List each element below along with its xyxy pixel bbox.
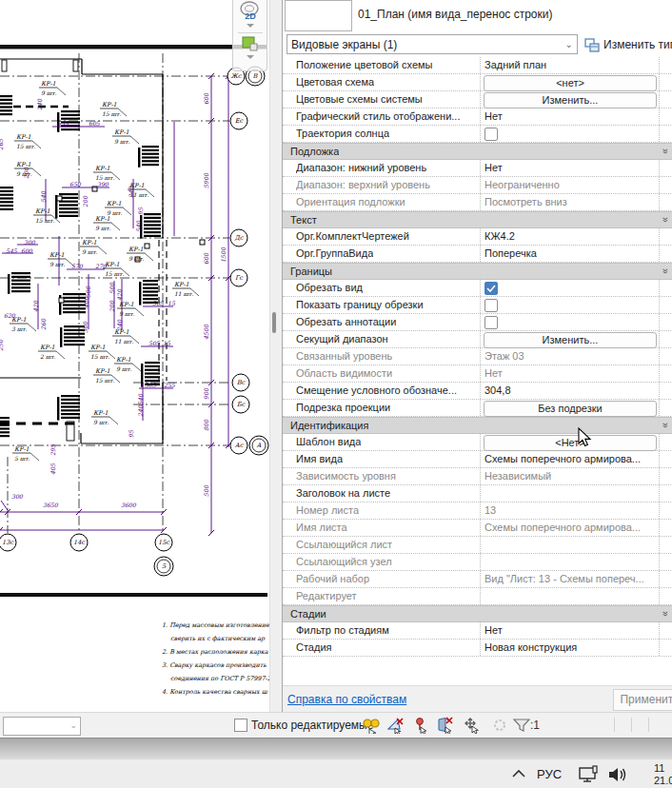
property-value[interactable]: Новая конструкция xyxy=(484,641,577,653)
property-value-button[interactable]: Без подрезки xyxy=(484,401,657,417)
checkbox-unchecked[interactable] xyxy=(484,128,498,141)
design-option-dropdown[interactable]: ⌄ xyxy=(3,717,81,736)
svg-text:9 шт.: 9 шт. xyxy=(114,138,130,145)
statusbar-separator xyxy=(614,718,615,732)
category-header: Стадии« xyxy=(283,605,672,622)
property-value[interactable]: Схемы поперечного армирова... xyxy=(484,453,641,464)
apply-button[interactable]: Применить xyxy=(613,689,672,711)
row-gutter xyxy=(659,571,660,587)
svg-text:9 шт.: 9 шт. xyxy=(82,248,98,255)
move-icon[interactable] xyxy=(463,717,482,734)
property-value[interactable]: Независимый xyxy=(484,470,551,482)
property-value[interactable]: КЖ4.2 xyxy=(484,230,515,242)
property-value-button[interactable]: <нет> xyxy=(484,75,657,91)
properties-help-link[interactable]: Справка по свойствам xyxy=(287,693,406,706)
drawing-vertical-scrollbar[interactable] xyxy=(269,0,282,712)
property-value[interactable]: Нет xyxy=(484,624,503,636)
zoom-region-icon[interactable] xyxy=(241,35,260,52)
category-header: Подложка« xyxy=(283,143,672,160)
property-value[interactable]: Этаж 03 xyxy=(484,350,524,362)
editable-only-checkbox[interactable] xyxy=(234,719,247,732)
svg-text:500: 500 xyxy=(85,286,91,298)
view-title: 01_План (имя вида_перенос строки) xyxy=(358,8,552,21)
edit-type-label: Изменить тип xyxy=(603,38,672,51)
property-value-button[interactable]: <Нет> xyxy=(484,435,657,451)
property-label: Положение цветовой схемы xyxy=(296,59,433,70)
property-value[interactable]: Неограниченно xyxy=(484,179,560,190)
property-value-button[interactable]: Изменить... xyxy=(484,92,657,108)
filter-icon[interactable] xyxy=(512,717,531,734)
type-selector-dropdown[interactable]: Видовые экраны (1) ⌄ xyxy=(287,34,578,54)
property-value[interactable]: 304,8 xyxy=(484,384,511,396)
checkbox-checked[interactable] xyxy=(484,282,498,295)
windows-taskbar: РУС 11 21.01.2 xyxy=(0,759,672,788)
editing-requests-icon[interactable] xyxy=(386,717,405,734)
zoom-menu-arrow[interactable] xyxy=(247,55,254,59)
collapse-chevron-icon[interactable]: « xyxy=(660,218,670,223)
worksets-icon[interactable] xyxy=(362,717,381,734)
column-divider xyxy=(480,640,481,656)
steering-wheel-menu-arrow[interactable] xyxy=(247,24,254,28)
row-gutter xyxy=(659,537,660,553)
property-value[interactable]: Посмотреть вниз xyxy=(484,196,567,207)
svg-text:1. Перед массовым изготовление: 1. Перед массовым изготовление xyxy=(162,621,269,629)
svg-text:4. Контроль качества сварных ш: 4. Контроль качества сварных ш xyxy=(162,688,268,696)
property-row: Заголовок на листе xyxy=(283,485,672,502)
collapse-chevron-icon[interactable]: « xyxy=(660,424,670,428)
property-value[interactable]: Нет xyxy=(484,367,503,379)
properties-grid: Положение цветовой схемыЗадний планЦвето… xyxy=(283,57,672,657)
svg-text:15с: 15с xyxy=(158,539,170,546)
scrollbar-thumb[interactable] xyxy=(272,312,276,333)
collapse-chevron-icon[interactable]: « xyxy=(660,149,670,154)
svg-text:КР-1: КР-1 xyxy=(49,251,65,259)
tablet-pc-icon[interactable] xyxy=(578,765,603,784)
svg-text:600: 600 xyxy=(21,247,33,254)
property-value[interactable]: Нет xyxy=(484,110,503,122)
collapse-chevron-icon[interactable]: « xyxy=(660,269,670,274)
svg-text:Бс: Бс xyxy=(237,401,247,408)
svg-text:КР-1: КР-1 xyxy=(11,316,27,324)
clock[interactable]: 11 21.01.2 xyxy=(654,762,672,787)
property-row: Орг.КомплектЧертежейКЖ4.2 xyxy=(283,228,672,246)
filter-count: :1 xyxy=(530,719,540,732)
collapse-chevron-icon[interactable]: « xyxy=(660,612,670,617)
checkbox-unchecked[interactable] xyxy=(484,316,498,329)
property-value-button[interactable]: Изменить... xyxy=(484,332,657,348)
property-row: Диапазон: верхний уровеньНеограниченно xyxy=(283,177,672,194)
property-value[interactable]: Задний план xyxy=(484,59,546,70)
volume-icon[interactable] xyxy=(607,766,630,783)
property-label: Связанный уровень xyxy=(296,350,392,362)
column-divider xyxy=(480,74,481,90)
property-label: Обрезать аннотации xyxy=(296,316,396,327)
row-gutter xyxy=(659,160,660,176)
property-value[interactable]: Нет xyxy=(484,162,503,173)
property-value[interactable]: Схемы поперечного армирова... xyxy=(484,522,641,533)
property-row: Положение цветовой схемыЗадний план xyxy=(283,57,672,74)
svg-text:А: А xyxy=(257,442,262,449)
background-processes-icon[interactable] xyxy=(436,717,455,734)
svg-text:95: 95 xyxy=(137,207,144,215)
svg-text:9 шт.: 9 шт. xyxy=(16,170,32,177)
show-hidden-icons-chevron[interactable] xyxy=(511,768,526,779)
property-value[interactable]: Вид "Лист: 13 - Схемы попереч... xyxy=(484,573,644,584)
svg-text:КР-1: КР-1 xyxy=(95,367,110,375)
edit-type-button[interactable]: Изменить тип xyxy=(584,34,672,55)
property-value[interactable]: 13 xyxy=(484,504,496,516)
checkbox-unchecked[interactable] xyxy=(484,299,498,312)
drawing-view[interactable]: 6005900600450090080050015002402005402002… xyxy=(0,0,269,712)
steering-wheel-2d-icon[interactable]: 2D xyxy=(238,0,263,21)
svg-text:250: 250 xyxy=(0,339,4,351)
svg-text:540: 540 xyxy=(137,393,144,405)
chevron-down-icon: ⌄ xyxy=(565,39,573,49)
property-row: Подрезка проекцииБез подрезки xyxy=(283,400,672,417)
clock-time: 11 xyxy=(654,762,672,775)
property-value[interactable]: Поперечка xyxy=(484,247,537,259)
navbar-divider xyxy=(238,32,263,33)
row-gutter xyxy=(659,91,660,108)
column-divider xyxy=(480,502,481,519)
svg-text:2D: 2D xyxy=(245,11,256,21)
language-indicator[interactable]: РУС xyxy=(537,767,562,781)
pin-icon[interactable] xyxy=(411,717,430,734)
type-preview-image[interactable] xyxy=(285,0,352,31)
column-divider xyxy=(480,451,481,467)
